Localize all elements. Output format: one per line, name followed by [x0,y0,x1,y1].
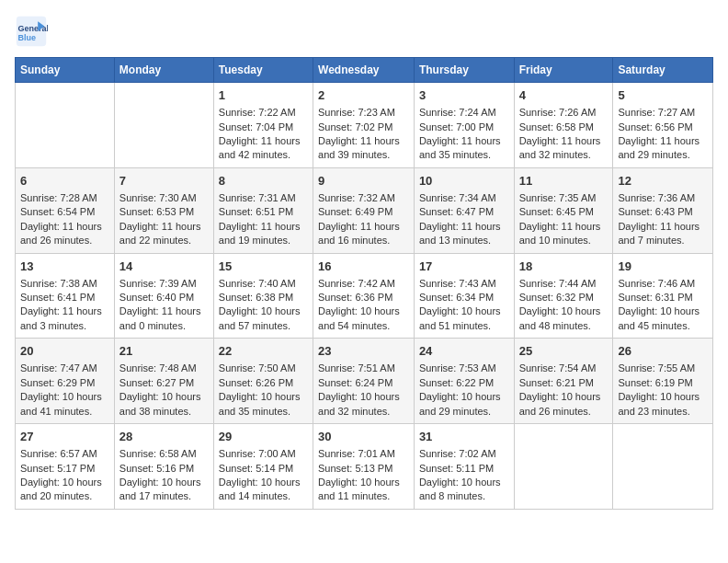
day-info: Daylight: 11 hours and 16 minutes. [318,220,409,248]
svg-text:Blue: Blue [18,33,37,42]
day-info: Sunrise: 7:22 AM [219,106,308,120]
calendar-cell: 5Sunrise: 7:27 AMSunset: 6:56 PMDaylight… [613,83,713,168]
day-info: Daylight: 11 hours and 7 minutes. [618,220,708,248]
day-info: Daylight: 10 hours and 8 minutes. [419,476,509,504]
day-number: 11 [519,173,609,190]
day-info: Sunrise: 7:54 AM [519,362,609,375]
day-info: Daylight: 10 hours and 54 minutes. [318,304,409,333]
calendar-cell: 20Sunrise: 7:47 AMSunset: 6:29 PMDayligh… [16,339,115,424]
day-info: Sunrise: 7:53 AM [419,362,509,375]
day-info: Sunrise: 7:31 AM [219,191,308,205]
day-info: Sunset: 6:27 PM [119,376,209,390]
day-info: Daylight: 10 hours and 51 minutes. [419,304,509,333]
day-info: Sunset: 6:29 PM [20,376,109,390]
day-number: 21 [119,343,209,360]
day-number: 23 [318,343,409,360]
day-number: 3 [419,87,509,104]
day-info: Sunset: 6:47 PM [419,205,509,219]
day-info: Sunset: 5:16 PM [119,462,209,476]
calendar-cell: 31Sunrise: 7:02 AMSunset: 5:11 PMDayligh… [414,424,514,510]
day-info: Sunset: 7:00 PM [419,121,509,134]
col-header-tuesday: Tuesday [213,58,313,83]
day-info: Daylight: 11 hours and 39 minutes. [318,134,409,163]
day-number: 27 [20,429,109,445]
day-info: Sunset: 6:56 PM [618,121,708,134]
calendar-cell: 26Sunrise: 7:55 AMSunset: 6:19 PMDayligh… [613,339,713,424]
day-info: Sunrise: 7:34 AM [419,191,509,205]
day-number: 4 [519,87,609,104]
day-number: 8 [219,173,308,190]
day-info: Sunrise: 7:28 AM [20,191,109,205]
col-header-monday: Monday [114,58,213,83]
day-info: Sunset: 5:14 PM [219,462,308,476]
day-info: Daylight: 10 hours and 26 minutes. [519,390,609,419]
day-info: Sunset: 7:04 PM [219,121,308,134]
day-info: Daylight: 10 hours and 32 minutes. [318,390,409,419]
day-info: Sunrise: 7:48 AM [119,362,209,375]
calendar-cell: 10Sunrise: 7:34 AMSunset: 6:47 PMDayligh… [414,167,514,253]
calendar-cell: 12Sunrise: 7:36 AMSunset: 6:43 PMDayligh… [613,167,713,253]
day-info: Daylight: 11 hours and 13 minutes. [419,220,509,248]
calendar-cell: 4Sunrise: 7:26 AMSunset: 6:58 PMDaylight… [514,83,613,168]
day-info: Sunset: 6:38 PM [219,291,308,304]
calendar-cell: 25Sunrise: 7:54 AMSunset: 6:21 PMDayligh… [514,339,613,424]
day-info: Sunset: 6:58 PM [519,121,609,134]
day-info: Sunrise: 7:24 AM [419,106,509,120]
day-info: Sunrise: 7:51 AM [318,362,409,375]
day-number: 20 [20,343,109,360]
day-info: Sunset: 5:11 PM [419,462,509,476]
day-number: 25 [519,343,609,360]
day-info: Daylight: 10 hours and 17 minutes. [119,476,209,504]
day-number: 13 [20,259,109,275]
day-info: Daylight: 11 hours and 26 minutes. [20,220,109,248]
calendar-cell: 13Sunrise: 7:38 AMSunset: 6:41 PMDayligh… [16,253,115,339]
day-info: Daylight: 10 hours and 20 minutes. [20,476,109,504]
day-info: Sunrise: 7:30 AM [119,191,209,205]
day-info: Sunrise: 7:26 AM [519,106,609,120]
day-number: 1 [219,87,308,104]
day-info: Sunset: 6:19 PM [618,376,708,390]
day-info: Sunset: 6:24 PM [318,376,409,390]
week-row-1: 1Sunrise: 7:22 AMSunset: 7:04 PMDaylight… [16,83,713,168]
day-info: Sunset: 5:13 PM [318,462,409,476]
day-number: 26 [618,343,708,360]
calendar-cell: 18Sunrise: 7:44 AMSunset: 6:32 PMDayligh… [514,253,613,339]
calendar-cell: 17Sunrise: 7:43 AMSunset: 6:34 PMDayligh… [414,253,514,339]
day-info: Daylight: 11 hours and 0 minutes. [119,304,209,333]
day-info: Sunset: 6:43 PM [618,205,708,219]
day-info: Sunrise: 6:57 AM [20,447,109,461]
day-info: Sunrise: 7:40 AM [219,277,308,291]
calendar-cell: 21Sunrise: 7:48 AMSunset: 6:27 PMDayligh… [114,339,213,424]
day-number: 9 [318,173,409,190]
day-info: Sunrise: 7:46 AM [618,277,708,291]
day-info: Daylight: 10 hours and 41 minutes. [20,390,109,419]
day-number: 5 [618,87,708,104]
day-number: 19 [618,259,708,275]
day-info: Sunrise: 7:39 AM [119,277,209,291]
col-header-thursday: Thursday [414,58,514,83]
day-number: 28 [119,429,209,445]
logo: General Blue [15,15,48,48]
day-info: Sunrise: 7:43 AM [419,277,509,291]
day-info: Sunset: 6:34 PM [419,291,509,304]
day-number: 7 [119,173,209,190]
day-info: Daylight: 11 hours and 3 minutes. [20,304,109,333]
day-info: Daylight: 11 hours and 35 minutes. [419,134,509,163]
day-number: 15 [219,259,308,275]
day-info: Daylight: 11 hours and 10 minutes. [519,220,609,248]
day-info: Sunrise: 6:58 AM [119,447,209,461]
col-header-saturday: Saturday [613,58,713,83]
calendar-table: SundayMondayTuesdayWednesdayThursdayFrid… [15,57,713,510]
week-row-4: 20Sunrise: 7:47 AMSunset: 6:29 PMDayligh… [16,339,713,424]
calendar-cell: 15Sunrise: 7:40 AMSunset: 6:38 PMDayligh… [213,253,313,339]
day-info: Sunrise: 7:36 AM [618,191,708,205]
calendar-cell [514,424,613,510]
calendar-cell: 19Sunrise: 7:46 AMSunset: 6:31 PMDayligh… [613,253,713,339]
calendar-cell: 23Sunrise: 7:51 AMSunset: 6:24 PMDayligh… [313,339,415,424]
calendar-cell: 1Sunrise: 7:22 AMSunset: 7:04 PMDaylight… [213,83,313,168]
calendar-cell: 24Sunrise: 7:53 AMSunset: 6:22 PMDayligh… [414,339,514,424]
col-header-friday: Friday [514,58,613,83]
calendar-cell: 22Sunrise: 7:50 AMSunset: 6:26 PMDayligh… [213,339,313,424]
calendar-cell: 28Sunrise: 6:58 AMSunset: 5:16 PMDayligh… [114,424,213,510]
day-info: Daylight: 10 hours and 29 minutes. [419,390,509,419]
